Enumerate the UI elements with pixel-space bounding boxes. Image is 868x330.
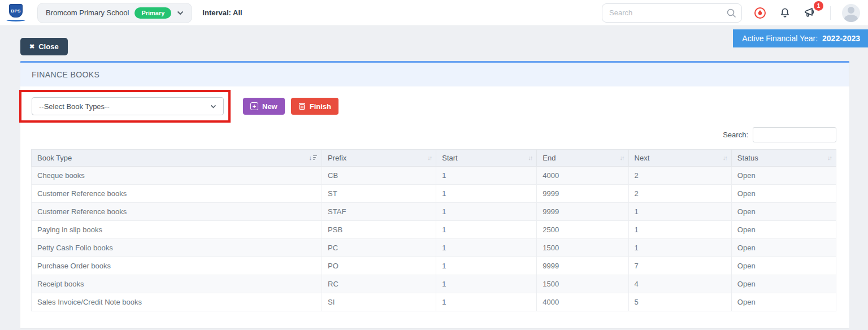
table-search: Search: <box>31 127 836 142</box>
notification-count-badge: 1 <box>814 1 823 11</box>
table-cell: 2 <box>628 167 731 185</box>
table-cell: Customer Reference books <box>32 203 322 221</box>
table-cell: 1 <box>436 185 537 203</box>
school-selector[interactable]: Bromcom Primary School Primary <box>37 3 192 23</box>
table-cell: 1 <box>436 167 537 185</box>
close-icon: ✖ <box>29 43 34 50</box>
close-button[interactable]: ✖ Close <box>20 38 68 55</box>
table-row[interactable]: Sales Invoice/Credit Note booksSI140005O… <box>32 293 836 311</box>
table-row[interactable]: Customer Reference booksST199992Open <box>32 185 836 203</box>
column-label: End <box>542 154 555 162</box>
chevron-down-icon <box>210 105 216 108</box>
column-header-end[interactable]: End↓↑ <box>537 150 628 167</box>
panel-header: FINANCE BOOKS <box>20 63 849 86</box>
table-cell: 4000 <box>537 293 628 311</box>
global-search <box>602 3 742 23</box>
table-cell: Open <box>731 257 836 275</box>
table-cell: 1 <box>436 257 537 275</box>
table-cell: SI <box>322 293 436 311</box>
table-cell: 1500 <box>537 275 628 293</box>
school-name: Bromcom Primary School <box>46 8 129 17</box>
table-cell: Paying in slip books <box>32 221 322 239</box>
table-head-row: Book Type↓Prefix↓↑Start↓↑End↓↑Next↓↑Stat… <box>32 150 836 167</box>
table-cell: Open <box>731 293 836 311</box>
sort-icon: ↓ <box>309 154 318 161</box>
hot-updates-icon[interactable] <box>753 6 767 20</box>
logo-wave-decoration <box>6 18 25 21</box>
finance-books-table: Book Type↓Prefix↓↑Start↓↑End↓↑Next↓↑Stat… <box>31 149 836 311</box>
table-row[interactable]: Cheque booksCB140002Open <box>32 167 836 185</box>
table-cell: 1 <box>436 239 537 257</box>
table-row[interactable]: Customer Reference booksSTAF199991Open <box>32 203 836 221</box>
table-cell: 4000 <box>537 167 628 185</box>
column-header-book-type[interactable]: Book Type↓ <box>32 150 322 167</box>
table-cell: 4 <box>628 275 731 293</box>
active-financial-year-banner: Active Financial Year: 2022-2023 <box>733 29 868 47</box>
announcements-megaphone-icon[interactable]: 1 <box>803 6 819 20</box>
new-button[interactable]: + New <box>243 98 285 115</box>
table-body: Cheque booksCB140002OpenCustomer Referen… <box>32 167 836 311</box>
book-type-select[interactable]: --Select Book Types-- <box>32 97 224 115</box>
finish-button[interactable]: Finish <box>291 98 338 115</box>
active-year-label: Active Financial Year: <box>742 34 818 43</box>
table-cell: 9999 <box>537 185 628 203</box>
table-cell: 1500 <box>537 239 628 257</box>
notifications-bell-icon[interactable] <box>778 6 792 20</box>
search-icon[interactable] <box>726 8 736 18</box>
table-cell: Open <box>731 221 836 239</box>
table-cell: 9999 <box>537 203 628 221</box>
table-cell: PC <box>322 239 436 257</box>
new-button-label: New <box>262 102 277 111</box>
column-label: Book Type <box>37 154 72 162</box>
table-row[interactable]: Paying in slip booksPSB125001Open <box>32 221 836 239</box>
table-cell: Cheque books <box>32 167 322 185</box>
shield-logo-icon: BPS <box>9 4 23 18</box>
table-cell: PSB <box>322 221 436 239</box>
table-search-label: Search: <box>723 131 748 139</box>
table-cell: 1 <box>436 203 537 221</box>
book-type-select-value: --Select Book Types-- <box>39 102 110 111</box>
finish-button-label: Finish <box>310 102 331 111</box>
table-cell: 1 <box>436 275 537 293</box>
table-cell: 1 <box>628 203 731 221</box>
column-label: Prefix <box>328 154 346 162</box>
table-cell: 9999 <box>537 257 628 275</box>
navbar-divider <box>830 6 831 20</box>
column-header-prefix[interactable]: Prefix↓↑ <box>322 150 436 167</box>
table-cell: 1 <box>436 221 537 239</box>
table-cell: 1 <box>628 239 731 257</box>
plus-icon: + <box>250 102 258 110</box>
sort-icon: ↓↑ <box>427 154 431 161</box>
column-label: Status <box>737 154 758 162</box>
logo-text: BPS <box>11 8 20 14</box>
table-cell: 7 <box>628 257 731 275</box>
table-row[interactable]: Petty Cash Folio booksPC115001Open <box>32 239 836 257</box>
table-cell: STAF <box>322 203 436 221</box>
table-cell: Open <box>731 239 836 257</box>
close-label: Close <box>38 42 58 51</box>
column-header-next[interactable]: Next↓↑ <box>628 150 731 167</box>
school-logo[interactable]: BPS <box>5 4 27 21</box>
table-row[interactable]: Purchase Order booksPO199997Open <box>32 257 836 275</box>
column-header-status[interactable]: Status↓↑ <box>731 150 836 167</box>
table-cell: Open <box>731 275 836 293</box>
table-cell: CB <box>322 167 436 185</box>
table-cell: Open <box>731 203 836 221</box>
top-navbar: BPS Bromcom Primary School Primary Inter… <box>0 0 868 26</box>
table-cell: 2500 <box>537 221 628 239</box>
page-title: FINANCE BOOKS <box>32 70 99 79</box>
sort-icon: ↓↑ <box>827 154 831 161</box>
table-cell: Open <box>731 185 836 203</box>
table-cell: ST <box>322 185 436 203</box>
table-search-input[interactable] <box>753 127 836 142</box>
school-phase-badge: Primary <box>134 7 171 19</box>
table-cell: Sales Invoice/Credit Note books <box>32 293 322 311</box>
table-row[interactable]: Receipt booksRC115004Open <box>32 275 836 293</box>
table-cell: 5 <box>628 293 731 311</box>
global-search-input[interactable] <box>602 3 742 23</box>
user-avatar[interactable] <box>842 4 860 22</box>
red-highlight-annotation: --Select Book Types-- <box>19 90 231 123</box>
column-label: Start <box>442 154 457 162</box>
table-cell: Purchase Order books <box>32 257 322 275</box>
column-header-start[interactable]: Start↓↑ <box>436 150 537 167</box>
